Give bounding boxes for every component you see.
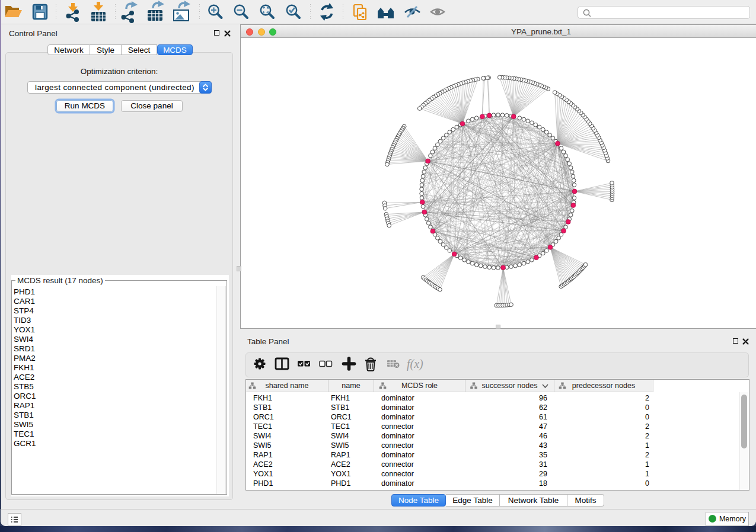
svg-text:f(x): f(x) (407, 357, 423, 371)
